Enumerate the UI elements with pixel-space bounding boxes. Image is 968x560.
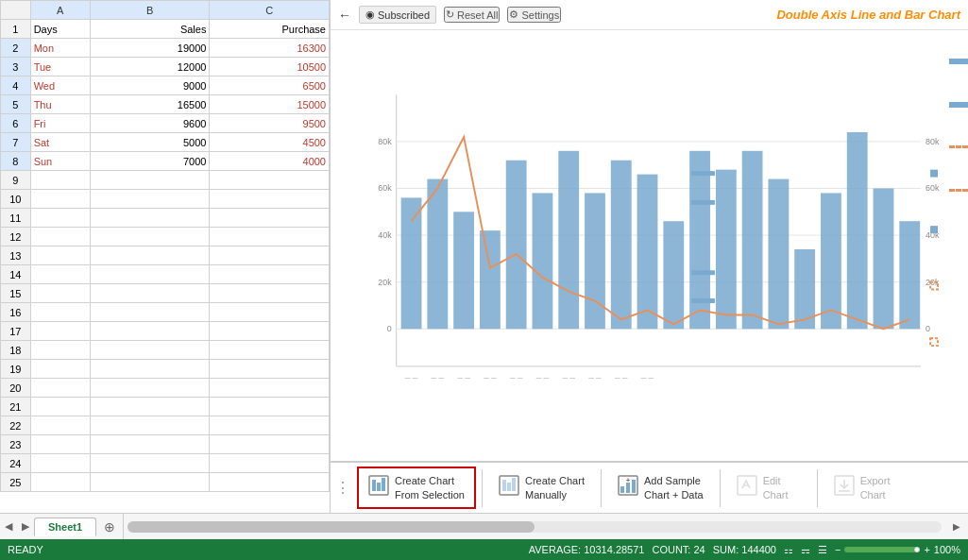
create-from-selection-button[interactable]: Create Chart From Selection: [357, 467, 476, 509]
create-manually-button[interactable]: Create Chart Manually: [488, 467, 595, 508]
cell-b5[interactable]: 16500: [90, 95, 210, 114]
table-row[interactable]: 6Fri96009500: [1, 114, 330, 133]
cell-b25[interactable]: [90, 473, 210, 492]
table-row[interactable]: 4Wed90006500: [1, 76, 330, 95]
table-row[interactable]: 13: [1, 246, 330, 265]
cell-b10[interactable]: [90, 190, 210, 209]
add-sheet-button[interactable]: ⊕: [96, 517, 123, 537]
table-row[interactable]: 11: [1, 209, 330, 228]
table-row[interactable]: 18: [1, 341, 330, 360]
cell-c6[interactable]: 9500: [210, 114, 330, 133]
table-row[interactable]: 15: [1, 284, 330, 303]
cell-b24[interactable]: [90, 454, 210, 473]
table-row[interactable]: 3Tue1200010500: [1, 58, 330, 76]
normal-view-icon[interactable]: ⚏: [784, 544, 793, 556]
cell-a7[interactable]: Sat: [30, 133, 90, 152]
table-row[interactable]: 22: [1, 416, 330, 435]
cell-c22[interactable]: [210, 416, 330, 435]
cell-a5[interactable]: Thu: [30, 95, 90, 114]
cell-b13[interactable]: [90, 246, 210, 265]
cell-b7[interactable]: 5000: [90, 133, 210, 152]
table-row[interactable]: 25: [1, 473, 330, 492]
cell-c8[interactable]: 4000: [210, 152, 330, 171]
table-row[interactable]: 16: [1, 303, 330, 322]
cell-b17[interactable]: [90, 322, 210, 341]
cell-c16[interactable]: [210, 303, 330, 322]
page-break-icon[interactable]: ☰: [818, 544, 827, 556]
cell-b20[interactable]: [90, 379, 210, 398]
table-row[interactable]: 21: [1, 398, 330, 416]
cell-a25[interactable]: [30, 473, 90, 492]
cell-b12[interactable]: [90, 228, 210, 246]
table-row[interactable]: 12: [1, 228, 330, 246]
cell-b18[interactable]: [90, 341, 210, 360]
cell-a19[interactable]: [30, 360, 90, 379]
cell-a20[interactable]: [30, 379, 90, 398]
cell-c15[interactable]: [210, 284, 330, 303]
cell-b15[interactable]: [90, 284, 210, 303]
cell-b22[interactable]: [90, 416, 210, 435]
cell-a11[interactable]: [30, 209, 90, 228]
table-row[interactable]: 1DaysSalesPurchase: [1, 20, 330, 39]
table-row[interactable]: 8Sun70004000: [1, 152, 330, 171]
col-header-c[interactable]: C: [210, 1, 330, 20]
cell-c25[interactable]: [210, 473, 330, 492]
cell-c5[interactable]: 15000: [210, 95, 330, 114]
cell-a24[interactable]: [30, 454, 90, 473]
cell-a10[interactable]: [30, 190, 90, 209]
cell-b11[interactable]: [90, 209, 210, 228]
cell-a17[interactable]: [30, 322, 90, 341]
cell-c7[interactable]: 4500: [210, 133, 330, 152]
cell-a4[interactable]: Wed: [30, 76, 90, 95]
tab-scroll-left[interactable]: ◀: [0, 518, 17, 535]
cell-c19[interactable]: [210, 360, 330, 379]
back-button[interactable]: ←: [338, 8, 351, 23]
cell-b21[interactable]: [90, 398, 210, 416]
cell-a3[interactable]: Tue: [30, 58, 90, 76]
cell-c1[interactable]: Purchase: [210, 20, 330, 39]
cell-c10[interactable]: [210, 190, 330, 209]
cell-a1[interactable]: Days: [30, 20, 90, 39]
cell-b2[interactable]: 19000: [90, 39, 210, 58]
scroll-right-arrow[interactable]: ▶: [945, 521, 968, 532]
table-row[interactable]: 9: [1, 171, 330, 190]
cell-b14[interactable]: [90, 265, 210, 284]
table-row[interactable]: 19: [1, 360, 330, 379]
cell-a16[interactable]: [30, 303, 90, 322]
cell-c20[interactable]: [210, 379, 330, 398]
cell-a12[interactable]: [30, 228, 90, 246]
cell-b6[interactable]: 9600: [90, 114, 210, 133]
zoom-thumb[interactable]: [914, 547, 920, 552]
cell-b8[interactable]: 7000: [90, 152, 210, 171]
toolbar-dots[interactable]: ⋮: [335, 479, 350, 497]
cell-c23[interactable]: [210, 435, 330, 454]
zoom-out-button[interactable]: −: [835, 544, 841, 555]
cell-a13[interactable]: [30, 246, 90, 265]
cell-c9[interactable]: [210, 171, 330, 190]
cell-c3[interactable]: 10500: [210, 58, 330, 76]
col-header-b[interactable]: B: [90, 1, 210, 20]
table-row[interactable]: 10: [1, 190, 330, 209]
cell-c24[interactable]: [210, 454, 330, 473]
reset-button[interactable]: ↻ Reset All: [444, 7, 500, 23]
cell-a23[interactable]: [30, 435, 90, 454]
cell-a21[interactable]: [30, 398, 90, 416]
h-scrollbar[interactable]: [127, 521, 942, 533]
table-row[interactable]: 23: [1, 435, 330, 454]
edit-chart-button[interactable]: Edit Chart: [726, 467, 811, 508]
export-chart-button[interactable]: Export Chart: [824, 467, 909, 508]
cell-c13[interactable]: [210, 246, 330, 265]
table-row[interactable]: 20: [1, 379, 330, 398]
col-header-a[interactable]: A: [30, 1, 90, 20]
cell-a15[interactable]: [30, 284, 90, 303]
cell-a2[interactable]: Mon: [30, 39, 90, 58]
cell-b4[interactable]: 9000: [90, 76, 210, 95]
cell-a18[interactable]: [30, 341, 90, 360]
cell-a14[interactable]: [30, 265, 90, 284]
table-row[interactable]: 7Sat50004500: [1, 133, 330, 152]
cell-c14[interactable]: [210, 265, 330, 284]
settings-button[interactable]: ⚙ Settings: [507, 7, 561, 23]
subscribed-button[interactable]: ◉ Subscribed: [359, 6, 436, 24]
page-layout-icon[interactable]: ⚎: [801, 544, 810, 556]
zoom-in-button[interactable]: +: [924, 544, 929, 555]
